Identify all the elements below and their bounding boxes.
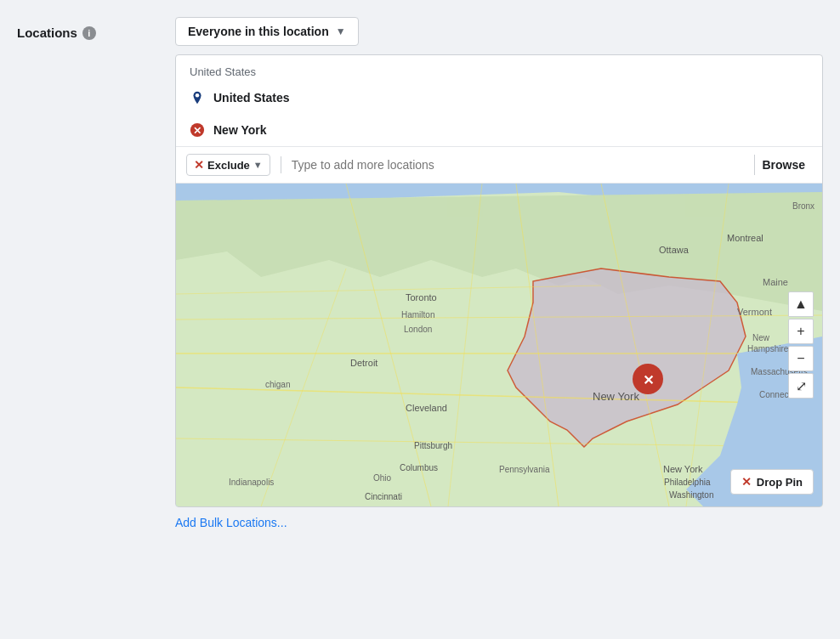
exclude-bar: ✕ Exclude ▼ Browse	[176, 146, 822, 184]
svg-text:London: London	[404, 325, 432, 334]
locations-label: Locations	[17, 25, 77, 40]
svg-text:Hampshire: Hampshire	[747, 344, 789, 353]
location-box: United States United States ✕ New York	[175, 54, 823, 507]
svg-point-0	[196, 93, 200, 98]
exclude-button[interactable]: ✕ Exclude ▼	[186, 154, 270, 176]
location-pin-red-x-icon: ✕	[190, 122, 205, 138]
list-item: ✕ New York	[176, 114, 822, 146]
exclude-x-icon: ✕	[194, 158, 204, 172]
svg-text:Bronx: Bronx	[792, 201, 814, 211]
add-bulk-locations-link[interactable]: Add Bulk Locations...	[175, 516, 287, 529]
location-type-dropdown[interactable]: Everyone in this location ▼	[175, 17, 359, 46]
svg-text:New York: New York	[663, 464, 703, 474]
svg-text:Washington: Washington	[669, 490, 713, 500]
location-search-input[interactable]	[292, 158, 748, 172]
drop-pin-button[interactable]: ✕ Drop Pin	[730, 469, 814, 495]
svg-text:Cleveland: Cleveland	[406, 403, 447, 413]
locations-row: Locations i Everyone in this location ▼ …	[17, 17, 823, 529]
svg-text:New York: New York	[593, 390, 639, 403]
svg-text:Philadelphia: Philadelphia	[664, 478, 711, 487]
svg-text:Indianapolis: Indianapolis	[229, 478, 274, 487]
location-box-header: United States	[176, 55, 822, 82]
svg-text:Maine: Maine	[763, 277, 788, 287]
map-controls: ▲ + − ⤢	[788, 291, 814, 399]
svg-text:Vermont: Vermont	[737, 307, 772, 317]
location-pin-blue-icon	[190, 90, 205, 105]
exclude-label: Exclude	[207, 159, 250, 172]
svg-text:Ottawa: Ottawa	[659, 245, 690, 255]
map-container: Ottawa Montreal Maine Vermont New Hampsh…	[176, 184, 822, 506]
svg-text:✕: ✕	[193, 125, 201, 136]
fullscreen-button[interactable]: ⤢	[788, 373, 814, 399]
zoom-out-button[interactable]: −	[788, 346, 814, 371]
svg-text:Pittsburgh: Pittsburgh	[414, 441, 452, 450]
scroll-up-button[interactable]: ▲	[788, 291, 814, 317]
svg-text:Pennsylvania: Pennsylvania	[499, 465, 550, 474]
united-states-label: United States	[213, 91, 289, 105]
svg-text:New: New	[752, 333, 770, 342]
locations-content: Everyone in this location ▼ United State…	[175, 17, 823, 529]
svg-text:Montreal: Montreal	[727, 233, 763, 243]
svg-text:Ohio: Ohio	[373, 473, 392, 483]
svg-text:chigan: chigan	[265, 380, 290, 389]
svg-text:Cincinnati: Cincinnati	[365, 492, 402, 501]
browse-button[interactable]: Browse	[754, 155, 812, 175]
drop-pin-icon: ✕	[741, 475, 752, 489]
map-svg: Ottawa Montreal Maine Vermont New Hampsh…	[176, 184, 822, 506]
locations-label-group: Locations i	[17, 17, 162, 40]
exclude-chevron-icon: ▼	[253, 160, 263, 170]
svg-text:Columbus: Columbus	[400, 463, 438, 472]
svg-text:Hamilton: Hamilton	[401, 310, 434, 320]
svg-text:Detroit: Detroit	[350, 358, 377, 368]
svg-text:✕: ✕	[643, 373, 654, 387]
info-icon[interactable]: i	[82, 26, 96, 40]
dropdown-label: Everyone in this location	[188, 25, 329, 38]
divider	[281, 156, 281, 173]
zoom-in-button[interactable]: +	[788, 319, 814, 344]
drop-pin-label: Drop Pin	[757, 476, 803, 489]
new-york-label: New York	[213, 123, 267, 137]
svg-text:Toronto: Toronto	[406, 292, 437, 303]
chevron-down-icon: ▼	[336, 25, 346, 37]
page-container: Locations i Everyone in this location ▼ …	[0, 0, 840, 639]
list-item: United States	[176, 82, 822, 114]
